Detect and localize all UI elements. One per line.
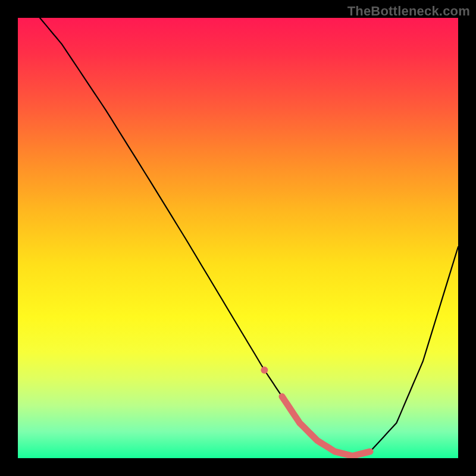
curve-path xyxy=(40,18,458,456)
curve-svg xyxy=(18,18,458,458)
highlight-dot xyxy=(261,367,268,374)
plot-area xyxy=(18,18,458,458)
watermark-text: TheBottleneck.com xyxy=(347,4,470,19)
chart-frame: TheBottleneck.com xyxy=(0,0,476,476)
highlight-segment xyxy=(282,396,370,456)
